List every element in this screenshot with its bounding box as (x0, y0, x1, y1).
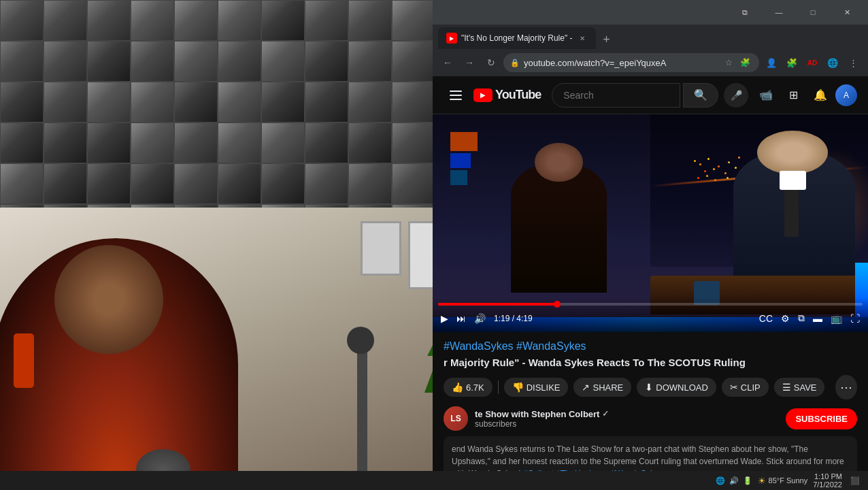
skip-icon: ⏭ (456, 313, 466, 324)
fullscreen-icon: ⛶ (850, 313, 860, 324)
subscribe-button[interactable]: SUBSCRIBE (786, 408, 857, 429)
time-display: 1:19 / 4:19 (494, 314, 533, 323)
tab-close-button[interactable]: ✕ (577, 33, 588, 44)
notifications-button[interactable]: 🔔 (808, 83, 833, 108)
miniplayer-button[interactable]: ⧉ (795, 310, 807, 327)
search-icon: 🔍 (694, 88, 707, 101)
adblock-icon: AD (807, 59, 817, 67)
maximize-button[interactable]: □ (797, 2, 829, 22)
more-actions-button[interactable]: ⋯ (835, 375, 857, 399)
channel-name[interactable]: te Show with Stephen Colbert ✓ (475, 409, 779, 419)
progress-bar[interactable] (438, 303, 863, 306)
notification-center-button[interactable]: ⬛ (848, 476, 863, 485)
hamburger-icon-2 (450, 95, 462, 96)
youtube-header: YouTube 🔍 🎤 📹 ⊞ (433, 76, 868, 114)
search-bar[interactable] (552, 83, 680, 108)
search-button[interactable]: 🔍 (683, 83, 718, 108)
progress-dot (554, 301, 561, 308)
hamburger-icon-3 (450, 99, 462, 100)
create-button[interactable]: 📹 (754, 83, 778, 108)
browser-window: ⧉ — □ ✕ "It's No Longer Majority Rule" -… (433, 0, 868, 490)
share-button[interactable]: ↗ SHARE (573, 378, 631, 397)
system-clock: 1:10 PM 7/1/2022 (813, 472, 842, 489)
clip-button[interactable]: ✂ CLIP (722, 378, 769, 397)
youtube-menu-button[interactable] (444, 83, 468, 108)
video-camera-icon: 📹 (759, 88, 773, 101)
navigation-bar: ← → ↻ 🔒 youtube.com/watch?v=_epeiYquxeA … (433, 49, 868, 76)
header-icons: 📹 ⊞ 🔔 A (754, 83, 857, 108)
person-head (54, 245, 163, 354)
system-tray: 🌐 🔊 🔋 (716, 476, 752, 485)
profile-button[interactable]: 👤 (762, 53, 781, 72)
controls-row: ▶ ⏭ 🔊 1:19 / 4:19 CC ⚙ (438, 310, 863, 327)
video-actions: 👍 6.7K 👎 DISLIKE ↗ SHARE ⬇ DOWNLOAD ✂ (444, 375, 857, 399)
minimize-icon: — (775, 8, 783, 16)
active-tab[interactable]: "It's No Longer Majority Rule" - ✕ (438, 27, 596, 49)
extensions-toolbar-button[interactable]: 🧩 (782, 53, 801, 72)
download-icon: ⬇ (645, 382, 653, 393)
battery-icon: 🔋 (743, 476, 752, 485)
set-panels (450, 132, 478, 185)
miniplayer-icon: ⧉ (798, 312, 805, 324)
volume-tray-icon: 🔊 (729, 476, 739, 485)
youtube-content: YouTube 🔍 🎤 📹 ⊞ (433, 76, 868, 490)
save-button[interactable]: ☰ SAVE (774, 378, 825, 397)
clip-label: CLIP (741, 382, 761, 393)
taskbar: 🌐 🔊 🔋 ☀ 85°F Sunny 1:10 PM 7/1/2022 ⬛ (0, 471, 868, 490)
settings-button[interactable]: ⚙ (778, 310, 792, 327)
mic-head (347, 327, 374, 354)
webcam-overlay (0, 208, 503, 490)
cast-button[interactable]: 📺 (828, 310, 845, 327)
subtitles-button[interactable]: CC (756, 310, 775, 327)
adblock-button[interactable]: AD (803, 53, 822, 72)
settings-icon: ⚙ (781, 313, 790, 324)
youtube-logo-icon (473, 88, 493, 102)
hashtag-links[interactable]: #WandaSykes #WandaSykes (444, 340, 586, 352)
extensions-button[interactable]: 🧩 (737, 55, 752, 70)
volume-button[interactable]: 🔊 (471, 310, 488, 327)
progress-fill (438, 303, 557, 306)
close-button[interactable]: ✕ (831, 2, 863, 22)
new-tab-button[interactable]: + (597, 30, 616, 49)
like-button[interactable]: 👍 6.7K (444, 378, 493, 397)
like-dislike-divider (498, 380, 499, 394)
lock-icon: 🔒 (510, 59, 520, 67)
skip-next-button[interactable]: ⏭ (454, 310, 469, 327)
cc-icon: CC (759, 313, 773, 324)
poster-2 (361, 221, 401, 276)
settings-more-button[interactable]: ⋮ (844, 53, 863, 72)
translate-button[interactable]: 🌐 (823, 53, 842, 72)
sun-icon: ☀ (758, 476, 766, 486)
download-button[interactable]: ⬇ DOWNLOAD (637, 378, 716, 397)
play-pause-button[interactable]: ▶ (438, 310, 451, 327)
video-player[interactable]: ▶ ⏭ 🔊 1:19 / 4:19 CC ⚙ (433, 114, 868, 332)
youtube-logo-text: YouTube (495, 88, 541, 102)
refresh-button[interactable]: ↻ (482, 53, 501, 72)
restore-icon: ⧉ (742, 8, 748, 17)
apps-button[interactable]: ⊞ (781, 83, 805, 108)
video-controls: ▶ ⏭ 🔊 1:19 / 4:19 CC ⚙ (433, 297, 868, 332)
forward-button[interactable]: → (460, 53, 479, 72)
restore-button[interactable]: ⧉ (729, 2, 761, 22)
address-icons: ☆ 🧩 (721, 55, 752, 70)
minimize-button[interactable]: — (763, 2, 795, 22)
ellipsis-icon: ⋯ (840, 380, 852, 395)
channel-row: LS te Show with Stephen Colbert ✓ subscr… (444, 406, 857, 431)
person-arm-left (14, 333, 34, 388)
back-icon: ← (443, 57, 452, 68)
bookmark-star-button[interactable]: ☆ (721, 55, 736, 70)
fullscreen-button[interactable]: ⛶ (848, 310, 863, 327)
dislike-button[interactable]: 👎 DISLIKE (504, 378, 569, 397)
weather-text: 85°F Sunny (769, 476, 808, 485)
search-input[interactable] (563, 90, 669, 101)
browser-toolbar-icons: 👤 🧩 AD 🌐 ⋮ (762, 53, 863, 72)
share-label: SHARE (592, 382, 623, 393)
youtube-logo[interactable]: YouTube (473, 88, 541, 102)
profile-icon: 👤 (766, 58, 777, 68)
back-button[interactable]: ← (438, 53, 457, 72)
theater-button[interactable]: ▬ (810, 310, 825, 327)
verified-icon: ✓ (602, 409, 609, 419)
user-avatar[interactable]: A (835, 84, 857, 106)
address-bar[interactable]: 🔒 youtube.com/watch?v=_epeiYquxeA ☆ 🧩 (503, 53, 759, 72)
voice-search-button[interactable]: 🎤 (724, 83, 748, 108)
